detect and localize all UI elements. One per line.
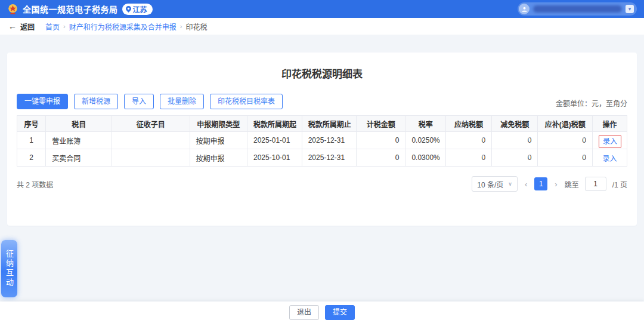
main-content: 印花税税源明细表 一键零申报 新增税源 导入 批量删除 印花税税目税率表 金额单… bbox=[0, 35, 644, 226]
col-rate: 税率 bbox=[405, 116, 446, 132]
amount-unit-note: 金额单位：元，至角分 bbox=[556, 98, 627, 109]
cell-supplement: 0 bbox=[538, 132, 593, 149]
breadcrumb-property-tax[interactable]: 财产和行为税税源采集及合并申报 bbox=[69, 21, 177, 32]
breadcrumb-separator-icon: › bbox=[63, 23, 66, 30]
stamp-tax-rate-table-button[interactable]: 印花税税目税率表 bbox=[210, 94, 283, 109]
jump-label: 跳至 bbox=[565, 179, 579, 189]
cell-rate: 0.0250% bbox=[405, 132, 446, 149]
entry-link-highlighted[interactable]: 录入 bbox=[599, 136, 621, 147]
cell-payable: 0 bbox=[445, 149, 491, 167]
cell-period-end: 2025-12-31 bbox=[302, 149, 357, 167]
table-header-row: 序号 税目 征收子目 申报期限类型 税款所属期起 税款所属期止 计税金额 税率 … bbox=[17, 116, 627, 132]
submit-button[interactable]: 提交 bbox=[325, 305, 355, 320]
chevron-down-icon[interactable]: ▾ bbox=[626, 5, 634, 13]
entry-link[interactable]: 录入 bbox=[599, 153, 621, 164]
page-number-button[interactable]: 1 bbox=[534, 177, 547, 190]
cell-period-end: 2025-12-31 bbox=[302, 132, 357, 149]
cell-period-type: 按期申报 bbox=[190, 149, 247, 167]
breadcrumb-current: 印花税 bbox=[185, 21, 207, 32]
cell-action: 录入 bbox=[593, 149, 627, 167]
exit-button[interactable]: 退出 bbox=[289, 305, 319, 320]
chevron-down-icon: ∨ bbox=[508, 181, 512, 187]
cell-taxable-amount: 0 bbox=[357, 149, 405, 167]
cell-rate: 0.0300% bbox=[405, 149, 446, 167]
bottom-action-bar: 退出 提交 bbox=[0, 302, 644, 323]
next-page-button[interactable]: › bbox=[553, 180, 558, 189]
col-period-end: 税款所属期止 bbox=[302, 116, 357, 132]
top-header: 全国统一规范电子税务局 江苏 ▾ bbox=[0, 0, 644, 18]
toolbar-buttons: 一键零申报 新增税源 导入 批量删除 印花税税目税率表 bbox=[17, 94, 283, 109]
total-count: 共 2 项数据 bbox=[17, 179, 53, 189]
table-footer: 共 2 项数据 10 条/页 ∨ ‹ 1 › 跳至 /1 页 bbox=[17, 176, 627, 192]
col-payable: 应纳税额 bbox=[445, 116, 491, 132]
back-label: 返回 bbox=[20, 21, 35, 32]
cell-seq: 2 bbox=[17, 149, 46, 167]
jump-suffix: /1 页 bbox=[612, 179, 627, 189]
cell-taxable-amount: 0 bbox=[357, 132, 405, 149]
back-arrow-icon: ← bbox=[8, 21, 17, 31]
user-name-redacted bbox=[533, 5, 622, 13]
col-tax-item: 税目 bbox=[46, 116, 112, 132]
location-label: 江苏 bbox=[133, 4, 147, 14]
cell-reduction: 0 bbox=[492, 132, 538, 149]
breadcrumb-separator-icon: › bbox=[180, 23, 182, 30]
brand-area: 全国统一规范电子税务局 江苏 bbox=[7, 3, 153, 15]
cell-period-type: 按期申报 bbox=[190, 132, 247, 149]
stamp-tax-card: 印花税税源明细表 一键零申报 新增税源 导入 批量删除 印花税税目税率表 金额单… bbox=[7, 53, 637, 226]
cell-sub-item bbox=[112, 132, 190, 149]
batch-delete-button[interactable]: 批量删除 bbox=[160, 94, 204, 109]
table-row: 2 买卖合同 按期申报 2025-10-01 2025-12-31 0 0.03… bbox=[17, 149, 627, 167]
toolbar: 一键零申报 新增税源 导入 批量删除 印花税税目税率表 金额单位：元，至角分 bbox=[17, 94, 627, 109]
pagination: 10 条/页 ∨ ‹ 1 › 跳至 /1 页 bbox=[472, 176, 627, 192]
col-reduction: 减免税额 bbox=[492, 116, 538, 132]
cell-tax-item: 买卖合同 bbox=[46, 149, 112, 167]
import-button[interactable]: 导入 bbox=[124, 94, 154, 109]
cell-action: 录入 bbox=[593, 132, 627, 149]
col-period-type: 申报期限类型 bbox=[190, 116, 247, 132]
add-tax-source-button[interactable]: 新增税源 bbox=[74, 94, 118, 109]
cell-sub-item bbox=[112, 149, 190, 167]
cell-payable: 0 bbox=[445, 132, 491, 149]
breadcrumb-bar: ← 返回 首页 › 财产和行为税税源采集及合并申报 › 印花税 bbox=[0, 18, 644, 35]
breadcrumb: 首页 › 财产和行为税税源采集及合并申报 › 印花税 bbox=[45, 21, 207, 32]
app-title: 全国统一规范电子税务局 bbox=[23, 3, 118, 15]
cell-tax-item: 营业账簿 bbox=[46, 132, 112, 149]
user-avatar-icon bbox=[519, 4, 530, 14]
tax-interaction-tab[interactable]: 征纳互动 bbox=[1, 240, 17, 297]
user-menu[interactable]: ▾ bbox=[518, 2, 637, 16]
cell-period-start: 2025-10-01 bbox=[247, 149, 302, 167]
col-supplement: 应补(退)税额 bbox=[538, 116, 593, 132]
col-action: 操作 bbox=[593, 116, 627, 132]
back-button[interactable]: ← 返回 bbox=[8, 21, 35, 32]
table-row: 1 营业账簿 按期申报 2025-01-01 2025-12-31 0 0.02… bbox=[17, 132, 627, 149]
location-badge[interactable]: 江苏 bbox=[122, 4, 153, 15]
tax-source-table: 序号 税目 征收子目 申报期限类型 税款所属期起 税款所属期止 计税金额 税率 … bbox=[17, 115, 627, 167]
col-period-start: 税款所属期起 bbox=[247, 116, 302, 132]
prev-page-button[interactable]: ‹ bbox=[524, 180, 528, 189]
col-taxable-amount: 计税金额 bbox=[357, 116, 405, 132]
cell-supplement: 0 bbox=[538, 149, 593, 167]
jump-page-input[interactable] bbox=[585, 177, 606, 191]
one-click-zero-filing-button[interactable]: 一键零申报 bbox=[17, 94, 68, 109]
col-sub-item: 征收子目 bbox=[112, 116, 190, 132]
cell-period-start: 2025-01-01 bbox=[247, 132, 302, 149]
breadcrumb-home[interactable]: 首页 bbox=[45, 21, 60, 32]
location-pin-icon bbox=[126, 6, 131, 13]
tax-interaction-label: 征纳互动 bbox=[4, 250, 15, 288]
page-size-select[interactable]: 10 条/页 ∨ bbox=[472, 176, 518, 192]
page-size-value: 10 条/页 bbox=[477, 179, 503, 189]
page-title: 印花税税源明细表 bbox=[17, 66, 627, 81]
cell-reduction: 0 bbox=[492, 149, 538, 167]
tax-bureau-logo-icon bbox=[7, 4, 18, 15]
cell-seq: 1 bbox=[17, 132, 46, 149]
col-seq: 序号 bbox=[17, 116, 46, 132]
